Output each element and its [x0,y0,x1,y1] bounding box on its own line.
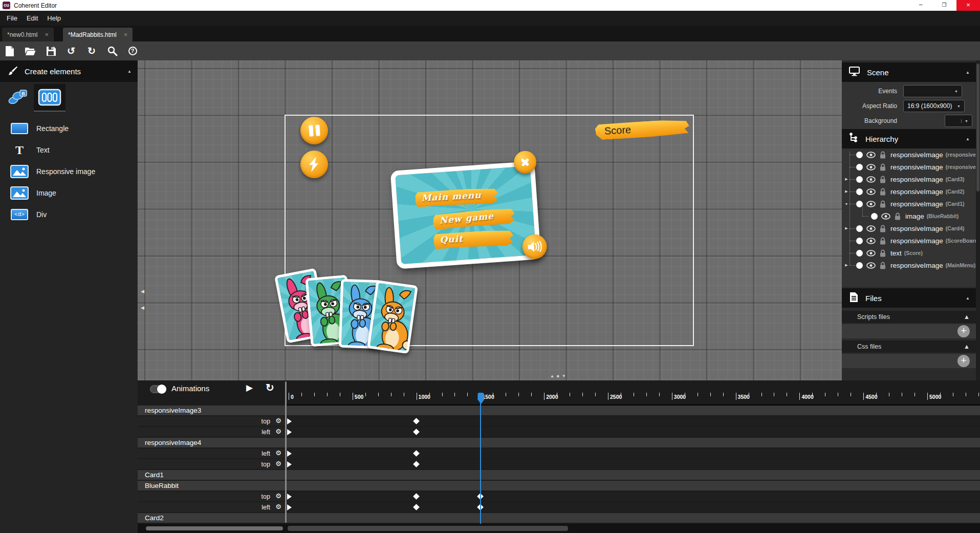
keyframe-start-marker[interactable] [287,461,292,467]
scene-section-header[interactable]: Scene ▲ [842,62,976,82]
main-menu-element[interactable]: Main menuNew gameQuit [390,161,541,269]
close-button[interactable]: × [956,0,980,11]
hierarchy-item-responsiveima[interactable]: responsiveImage (responsiveIma [842,161,980,173]
select-dot[interactable] [871,213,878,220]
eye-icon[interactable] [866,262,876,269]
collapse-icon[interactable]: ▲ [964,313,970,321]
eye-icon[interactable] [881,213,890,220]
timeline-vertical-scrollbar[interactable] [285,381,287,523]
canvas-scroll-left-icon[interactable]: ◀ [141,289,144,294]
pause-button-element[interactable] [300,117,328,144]
design-canvas[interactable]: ◀ ◀ ▲ ■ ▼ Score [138,60,842,380]
hierarchy-item-score[interactable]: text (Score) [842,247,980,259]
save-file-button[interactable] [46,46,56,56]
select-dot[interactable] [856,225,863,232]
labels-scroll-thumb[interactable] [146,526,283,530]
eye-icon[interactable] [866,250,876,257]
collapse-icon[interactable]: ▲ [127,69,132,74]
eye-icon[interactable] [866,164,876,170]
gear-icon[interactable]: ⚙ [275,417,281,424]
collapse-icon[interactable]: ▲ [966,137,970,141]
lock-icon[interactable] [880,225,886,232]
select-dot[interactable] [856,176,863,183]
menu-file[interactable]: File [7,14,17,22]
files-subsection-css-files[interactable]: Css files▲ [842,340,976,353]
create-item-responsive-image[interactable]: Responsive image [0,161,138,182]
timeline-group-card1[interactable]: Card1 [138,470,980,481]
widgets-tool-tab[interactable] [34,84,66,112]
lock-icon[interactable] [880,163,886,171]
help-button[interactable]: ? [127,46,138,56]
tab-new0html[interactable]: *new0.html× [2,28,54,41]
collapse-icon[interactable]: ▲ [966,70,970,75]
timeline-property-top[interactable]: top⚙ [138,492,980,502]
gear-icon[interactable]: ⚙ [275,503,281,510]
keyframe-start-marker[interactable] [287,429,292,435]
timeline-group-responsiveimage4[interactable]: responsiveImage4 [138,438,980,449]
row-track-cell[interactable] [287,492,980,501]
lock-icon[interactable] [880,151,886,159]
timeline-group-responsiveimage3[interactable]: responsiveImage3 [138,406,980,416]
create-item-text[interactable]: T Text [0,139,138,161]
gear-icon[interactable]: ⚙ [275,449,281,457]
lock-icon[interactable] [880,262,886,269]
row-track-cell[interactable] [287,449,980,458]
animations-toggle[interactable] [150,385,166,393]
undo-button[interactable]: ↺ [66,46,76,56]
add-file-button[interactable]: + [957,355,970,367]
row-track-cell[interactable] [287,481,980,491]
select-dot[interactable] [856,164,863,170]
create-item-rectangle[interactable]: Rectangle [0,118,138,139]
timeline-property-top[interactable]: top⚙ [138,416,980,427]
collapse-icon[interactable]: ▲ [966,296,970,301]
gear-icon[interactable]: ⚙ [275,460,281,467]
gear-icon[interactable]: ⚙ [275,428,281,435]
expander-icon[interactable]: ▼ [844,202,849,206]
lock-icon[interactable] [880,237,886,245]
hierarchy-item-card3[interactable]: ▶ responsiveImage (Card3) [842,173,980,185]
tab-close-icon[interactable]: × [124,32,128,37]
redo-button[interactable]: ↻ [86,46,97,56]
search-button[interactable] [107,46,117,56]
row-track-cell[interactable] [287,438,980,447]
refresh-button[interactable]: ↻ [266,381,274,394]
timeline-horizontal-scrollbar[interactable] [138,524,980,533]
menu-button-quit[interactable]: Quit [433,229,514,249]
components-tool-tab[interactable]: B [1,84,33,112]
timeline-group-bluerabbit[interactable]: BlueRabbit [138,481,980,492]
lock-icon[interactable] [880,176,886,183]
timeline-property-left[interactable]: left⚙ [138,502,980,513]
hierarchy-item-responsiveima[interactable]: responsiveImage (responsiveIma [842,148,980,161]
panel-scrollbar[interactable] [976,60,980,380]
row-track-cell[interactable] [287,427,980,437]
collapse-icon[interactable]: ▲ [964,343,970,350]
create-item-image[interactable]: Image [0,182,138,204]
select-dot[interactable] [856,152,863,158]
eye-icon[interactable] [866,238,876,244]
lock-icon[interactable] [880,249,886,257]
lock-icon[interactable] [880,200,886,208]
row-track-cell[interactable] [287,459,980,469]
eye-icon[interactable] [866,188,876,195]
lock-icon[interactable] [880,188,886,196]
eye-icon[interactable] [866,225,876,232]
menu-button-main-menu[interactable]: Main menu [415,187,498,207]
timeline-property-left[interactable]: left⚙ [138,449,980,459]
hierarchy-item-card4[interactable]: ▶ responsiveImage (Card4) [842,222,980,234]
menu-edit[interactable]: Edit [27,14,38,22]
files-subsection-scripts-files[interactable]: Scripts files▲ [842,311,976,323]
keyframe-start-marker[interactable] [287,451,292,457]
expander-icon[interactable]: ▶ [844,263,849,267]
canvas-splitter-handle[interactable]: ▲ ■ ▼ [550,374,566,378]
minimize-button[interactable]: – [909,0,932,11]
row-track-cell[interactable] [287,406,980,415]
timeline-scroll-thumb[interactable] [288,526,568,531]
create-item-div[interactable]: <d> Div [0,204,138,225]
add-file-button[interactable]: + [957,325,970,337]
canvas-scroll-left-icon[interactable]: ◀ [141,305,144,310]
expander-icon[interactable]: ▶ [844,189,849,194]
row-track-cell[interactable] [287,470,980,480]
select-dot[interactable] [856,262,863,269]
select-dot[interactable] [856,250,863,257]
tab-close-icon[interactable]: × [45,32,49,37]
